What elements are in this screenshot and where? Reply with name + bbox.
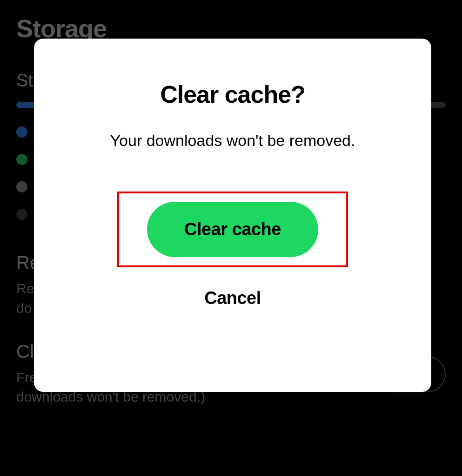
- clear-cache-confirm-button[interactable]: Clear cache: [147, 202, 318, 257]
- dialog-title: Clear cache?: [160, 80, 305, 108]
- clear-cache-dialog: Clear cache? Your downloads won't be rem…: [34, 39, 431, 392]
- cancel-button[interactable]: Cancel: [195, 284, 270, 313]
- dialog-message: Your downloads won't be removed.: [110, 132, 355, 150]
- annotation-highlight-box: Clear cache: [117, 192, 348, 267]
